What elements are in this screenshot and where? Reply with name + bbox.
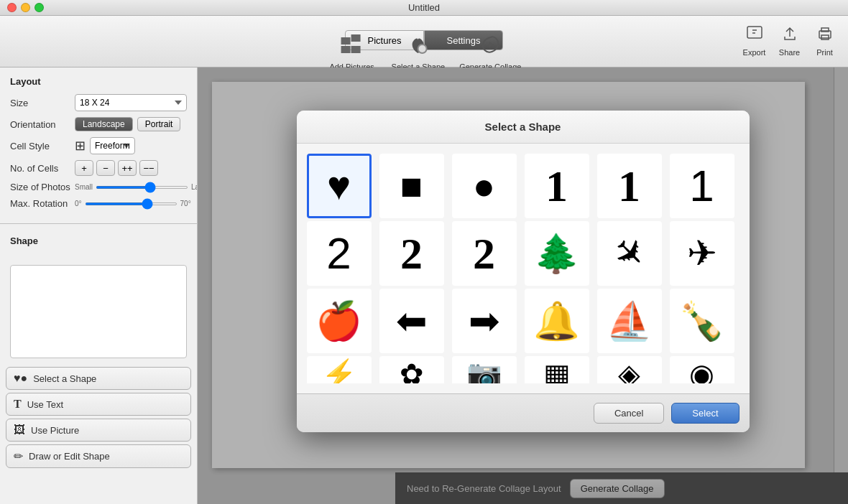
shape-sailboat[interactable]: ⛵ xyxy=(597,289,662,353)
cells-minus-btn[interactable]: − xyxy=(96,160,115,176)
no-of-cells-row: No. of Cells + − ++ −− xyxy=(10,160,187,176)
select-shape-action-icon: ♥● xyxy=(14,372,27,385)
cell-style-label: Cell Style xyxy=(10,141,75,151)
cells-stepper: + − ++ −− xyxy=(75,160,158,176)
shape-title: Shape xyxy=(10,235,187,246)
canvas-area: Select a Shape ♥ ■ ● xyxy=(198,67,848,504)
add-pictures-icon xyxy=(341,34,364,60)
shape-circle[interactable]: ● xyxy=(452,154,517,218)
small-label: Small xyxy=(75,183,93,191)
shape-apple[interactable]: 🍎 xyxy=(307,289,372,353)
modal-overlay: Select a Shape ♥ ■ ● xyxy=(198,67,848,504)
cells-plus-plus-btn[interactable]: ++ xyxy=(118,160,137,176)
use-text-btn[interactable]: T Use Text xyxy=(6,393,191,416)
print-button[interactable]: Print xyxy=(808,26,841,57)
orientation-group: Landscape Portrait xyxy=(75,117,180,131)
shape-2-serif[interactable]: 2 xyxy=(452,221,517,286)
shape-preview xyxy=(10,265,187,358)
use-picture-label: Use Picture xyxy=(31,425,79,436)
shape-bell[interactable]: 🔔 xyxy=(525,289,589,353)
print-label: Print xyxy=(816,48,833,57)
layout-section: Layout Size 18 X 24 Orientation Landscap… xyxy=(0,67,197,220)
rotation-min-label: 0° xyxy=(75,200,82,207)
no-of-cells-label: No. of Cells xyxy=(10,163,75,174)
shape-section: Shape xyxy=(0,227,197,259)
export-button[interactable]: Export xyxy=(738,26,770,57)
shape-partial-6[interactable]: ◉ xyxy=(670,356,734,383)
size-row: Size 18 X 24 xyxy=(10,94,187,111)
cell-style-icon: ⊞ xyxy=(75,138,86,154)
shape-partial-3[interactable]: 📷 xyxy=(452,356,517,383)
sidebar: Layout Size 18 X 24 Orientation Landscap… xyxy=(0,67,198,504)
modal-footer: Cancel Select xyxy=(297,393,750,432)
main-area: Layout Size 18 X 24 Orientation Landscap… xyxy=(0,67,848,504)
shape-1-slab[interactable]: 1 xyxy=(597,154,662,218)
print-icon xyxy=(817,26,833,45)
divider-1 xyxy=(0,223,197,224)
shape-partial-2[interactable]: ✿ xyxy=(379,356,444,383)
max-rotation-slider[interactable] xyxy=(85,202,178,205)
modal-title: Select a Shape xyxy=(297,111,750,144)
shape-scissors-plane[interactable]: ✈ xyxy=(597,221,662,286)
cell-style-row: Cell Style ⊞ Freeform xyxy=(10,137,187,154)
toolbar-generate-collage[interactable]: Generate Collage xyxy=(459,34,521,71)
generate-collage-icon xyxy=(479,34,502,60)
orientation-row: Orientation Landscape Portrait xyxy=(10,117,187,131)
cells-minus-minus-btn[interactable]: −− xyxy=(139,160,158,176)
shape-heart[interactable]: ♥ xyxy=(307,154,372,218)
toolbar: Pictures Settings Add Pictures xyxy=(0,16,848,67)
svg-rect-3 xyxy=(351,46,361,53)
landscape-btn[interactable]: Landscape xyxy=(75,117,133,131)
select-button[interactable]: Select xyxy=(671,403,739,424)
toolbar-add-pictures[interactable]: Add Pictures xyxy=(327,34,377,71)
svg-rect-0 xyxy=(341,37,351,45)
max-rotation-slider-row: 0° 70° xyxy=(75,200,191,207)
shape-partial-5[interactable]: ◈ xyxy=(597,356,662,383)
shape-plane-right[interactable]: ✈ xyxy=(670,221,734,286)
shape-arrow-right[interactable]: ➡ xyxy=(452,289,517,353)
modal-body: ♥ ■ ● 1 1 xyxy=(297,144,750,393)
cell-style-select[interactable]: Freeform xyxy=(90,137,135,154)
shape-2-impact[interactable]: 2 xyxy=(307,221,372,286)
shape-bottle[interactable]: 🍾 xyxy=(670,289,734,353)
svg-rect-8 xyxy=(821,28,829,32)
size-of-photos-slider-row: Small Large xyxy=(75,183,198,191)
draw-edit-label: Draw or Edit Shape xyxy=(29,451,110,462)
max-rotation-label: Max. Rotation xyxy=(10,198,75,209)
cell-style-control: ⊞ Freeform xyxy=(75,137,135,154)
shape-2-georgia[interactable]: 2 xyxy=(379,221,444,286)
titlebar-buttons xyxy=(7,3,44,12)
portrait-btn[interactable]: Portrait xyxy=(137,117,181,131)
draw-edit-icon: ✏ xyxy=(14,449,23,463)
sidebar-actions: ♥● Select a Shape T Use Text 🖼 Use Pictu… xyxy=(0,364,197,471)
svg-rect-6 xyxy=(747,27,762,38)
shape-square[interactable]: ■ xyxy=(379,154,444,218)
shape-1-impact[interactable]: 1 xyxy=(670,154,734,218)
close-button[interactable] xyxy=(7,3,17,12)
minimize-button[interactable] xyxy=(21,3,30,12)
shape-partial-4[interactable]: ▦ xyxy=(525,356,589,383)
share-button[interactable]: Share xyxy=(773,26,806,57)
size-of-photos-row: Size of Photos Small Large xyxy=(10,182,187,192)
export-label: Export xyxy=(743,48,766,57)
shape-tree[interactable]: 🌲 xyxy=(525,221,589,286)
toolbar-right-items: Export Share Print xyxy=(738,26,841,57)
size-select[interactable]: 18 X 24 xyxy=(75,94,187,111)
cells-plus-btn[interactable]: + xyxy=(75,160,93,176)
size-label: Size xyxy=(10,98,75,108)
toolbar-select-shape[interactable]: Select a Shape xyxy=(392,34,446,71)
cancel-button[interactable]: Cancel xyxy=(594,403,664,424)
window-title: Untitled xyxy=(408,2,440,13)
size-of-photos-label: Size of Photos xyxy=(10,182,75,192)
shape-1-serif[interactable]: 1 xyxy=(525,154,589,218)
use-picture-btn[interactable]: 🖼 Use Picture xyxy=(6,419,191,442)
use-text-icon: T xyxy=(14,398,22,411)
use-picture-icon: 🖼 xyxy=(14,424,25,437)
select-shape-action-btn[interactable]: ♥● Select a Shape xyxy=(6,367,191,390)
rotation-max-label: 70° xyxy=(180,200,191,207)
shape-arrow-left[interactable]: ⬅ xyxy=(379,289,444,353)
size-of-photos-slider[interactable] xyxy=(96,186,188,189)
maximize-button[interactable] xyxy=(34,3,44,12)
draw-edit-btn[interactable]: ✏ Draw or Edit Shape xyxy=(6,444,191,468)
shape-partial-1[interactable]: ⚡ xyxy=(307,356,372,383)
